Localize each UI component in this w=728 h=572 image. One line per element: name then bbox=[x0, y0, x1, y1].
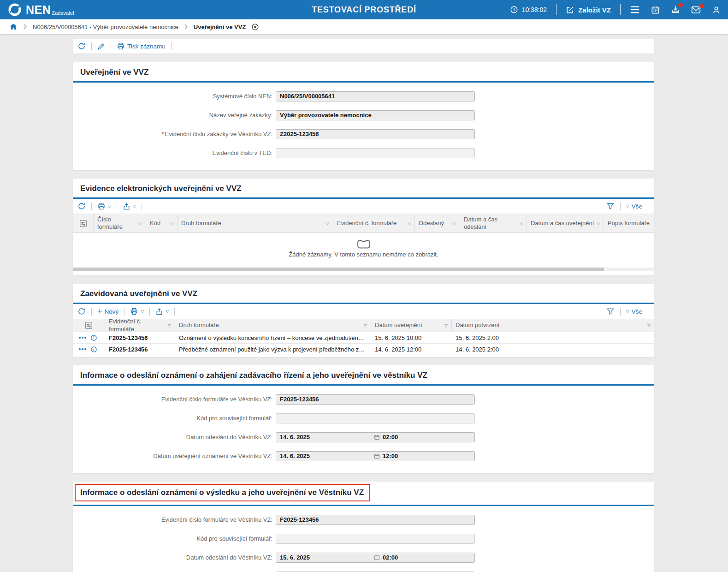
field-vvz-number: *Evidenční číslo zakázky ve Věstníku VZ:… bbox=[73, 125, 654, 143]
cell-published: 14. 6. 2025 12:00 bbox=[371, 346, 452, 353]
breadcrumb: N006/25/V00005641 - Výběr provozovatele … bbox=[0, 19, 728, 34]
section-publication: Uveřejnění ve VVZ Systémové číslo NEN: N… bbox=[73, 62, 654, 170]
vvz-number-input[interactable]: Z2025-123456 bbox=[276, 129, 475, 139]
export-menu-button[interactable]: ▽ bbox=[155, 308, 169, 316]
column-header[interactable]: Datum a čas uveřejnění▽ bbox=[527, 214, 604, 232]
column-header[interactable]: Druh formuláře▽ bbox=[175, 319, 371, 332]
divider bbox=[91, 308, 92, 316]
filter-triangle-icon[interactable]: ▽ bbox=[326, 221, 329, 226]
record-toolbar: Tisk záznamu bbox=[73, 39, 654, 54]
home-icon[interactable] bbox=[9, 23, 18, 31]
print-record-button[interactable]: Tisk záznamu bbox=[117, 42, 166, 50]
field-label: Název veřejné zakázky: bbox=[73, 112, 276, 119]
table-row[interactable]: F2025-123456 Předběžné oznámení použité … bbox=[73, 344, 654, 355]
create-vz-button[interactable]: Založit VZ bbox=[566, 6, 611, 14]
published-date-input[interactable]: 14. 6. 2025 12:00 bbox=[276, 451, 475, 461]
column-header[interactable]: Číslo formuláře▽ bbox=[94, 214, 146, 232]
column-header[interactable]: Popis formuláře bbox=[604, 214, 654, 232]
related-code-input[interactable] bbox=[276, 534, 475, 544]
cell-evidence-number: F2025-123456 bbox=[105, 346, 175, 353]
column-header[interactable]: Kód▽ bbox=[146, 214, 178, 232]
export-menu-button[interactable]: ▽ bbox=[123, 203, 136, 210]
field-label: Evidenční číslo formuláře ve Věstníku VZ… bbox=[73, 396, 276, 403]
info-icon[interactable] bbox=[90, 334, 97, 341]
nen-brand[interactable]: NEN Zadavatel bbox=[7, 2, 74, 17]
column-settings-icon[interactable] bbox=[73, 319, 105, 332]
plus-icon: + bbox=[97, 308, 102, 315]
contract-name-input[interactable]: Výběr provozovatele nemocnice bbox=[276, 110, 475, 120]
table-row[interactable]: F2025-123456 Oznámení o výsledku koncesn… bbox=[73, 332, 654, 344]
refresh-icon[interactable] bbox=[77, 202, 86, 210]
refresh-icon[interactable] bbox=[77, 42, 86, 50]
column-header[interactable]: Druh formuláře▽ bbox=[178, 214, 333, 232]
filter-funnel-icon[interactable] bbox=[606, 307, 615, 316]
print-menu-button[interactable]: ▽ bbox=[97, 202, 111, 210]
column-header[interactable]: Datum potvrzení▽ bbox=[452, 319, 654, 332]
row-menu-icon[interactable] bbox=[79, 348, 86, 350]
highlight-box: Informace o odeslání oznámení o výsledku… bbox=[75, 484, 370, 501]
nen-logo-icon bbox=[7, 2, 22, 17]
column-header[interactable]: Datum uveřejnění▽ bbox=[371, 319, 452, 332]
filter-triangle-icon[interactable]: ▽ bbox=[408, 221, 411, 226]
filter-triangle-icon[interactable]: ▽ bbox=[453, 221, 456, 226]
chevron-right-icon bbox=[184, 24, 188, 30]
chevron-down-icon: ▽ bbox=[626, 204, 629, 209]
column-header[interactable]: Evidenční č. formuláře▽ bbox=[105, 319, 175, 332]
filter-triangle-icon[interactable]: ▽ bbox=[139, 221, 142, 226]
print-icon bbox=[117, 42, 125, 50]
ted-number-input[interactable] bbox=[276, 148, 475, 158]
filter-triangle-icon[interactable]: ▽ bbox=[647, 323, 651, 328]
section-title: Informace o odeslání oznámení o zahájení… bbox=[73, 365, 654, 384]
menu-icon[interactable] bbox=[630, 6, 640, 14]
sent-date-input[interactable]: 14. 6. 2025 02:00 bbox=[276, 432, 475, 442]
field-published-date: Datum uveřejnění oznámení ve Věstníku VZ… bbox=[73, 447, 654, 465]
sent-date-input[interactable]: 15. 6. 2025 02:00 bbox=[276, 553, 475, 563]
field-sent-date: Datum odeslání do Věstníku VZ: 14. 6. 20… bbox=[73, 428, 654, 447]
filter-triangle-icon[interactable]: ▽ bbox=[364, 323, 367, 328]
empty-state: Žádné záznamy. V tomto seznamu nemáme co… bbox=[73, 233, 654, 258]
breadcrumb-item-current[interactable]: Uveřejnění ve VVZ bbox=[194, 24, 246, 30]
form-number-input[interactable]: F2025-123456 bbox=[276, 394, 475, 405]
field-related-code: Kód pro související formulář: bbox=[73, 529, 654, 548]
cell-form-type: Oznámení o výsledku koncesního řízení – … bbox=[175, 334, 371, 341]
filter-triangle-icon[interactable]: ▽ bbox=[444, 323, 448, 328]
calendar-small-icon bbox=[374, 453, 380, 459]
column-header[interactable]: Odeslaný▽ bbox=[415, 214, 460, 232]
column-settings-icon[interactable] bbox=[73, 214, 94, 232]
breadcrumb-item-vz[interactable]: N006/25/V00005641 - Výběr provozovatele … bbox=[33, 24, 178, 30]
inbox-download-icon[interactable] bbox=[671, 5, 680, 14]
refresh-icon[interactable] bbox=[77, 307, 86, 316]
system-number-input[interactable]: N006/25/V00005641 bbox=[276, 91, 475, 101]
calendar-icon[interactable] bbox=[651, 6, 660, 14]
empty-message: Žádné záznamy. V tomto seznamu nemáme co… bbox=[73, 251, 654, 258]
mail-icon[interactable] bbox=[691, 6, 701, 14]
chevron-down-icon: ▽ bbox=[626, 310, 629, 314]
filter-triangle-icon[interactable]: ▽ bbox=[170, 221, 173, 226]
export-icon bbox=[123, 203, 130, 210]
related-code-input[interactable] bbox=[276, 413, 475, 423]
new-record-button[interactable]: + Nový bbox=[97, 308, 118, 315]
filter-funnel-icon[interactable] bbox=[606, 202, 615, 210]
filter-all-select[interactable]: ▽ Vše bbox=[626, 203, 642, 210]
close-tab-icon[interactable] bbox=[251, 23, 259, 31]
column-header[interactable]: Evidenční č. formuláře▽ bbox=[333, 214, 415, 232]
user-icon[interactable] bbox=[712, 6, 721, 14]
field-label: Datum odeslání do Věstníku VZ: bbox=[73, 554, 276, 561]
edit-pencil-icon[interactable] bbox=[97, 42, 105, 50]
info-icon[interactable] bbox=[90, 346, 97, 353]
print-menu-button[interactable]: ▽ bbox=[130, 307, 144, 316]
field-sent-date: Datum odeslání do Věstníku VZ: 15. 6. 20… bbox=[73, 548, 654, 567]
divider bbox=[620, 308, 621, 316]
divider bbox=[620, 203, 621, 210]
divider bbox=[620, 4, 621, 15]
form-number-input[interactable]: F2025-123456 bbox=[276, 515, 475, 525]
column-header[interactable]: Datum a čas odeslání▽ bbox=[460, 214, 527, 232]
filter-triangle-icon[interactable]: ▽ bbox=[168, 323, 171, 328]
row-menu-icon[interactable] bbox=[79, 337, 86, 339]
horizontal-scrollbar[interactable] bbox=[73, 268, 654, 271]
scrollbar-thumb[interactable] bbox=[73, 268, 604, 271]
section-registered: Zaevidovaná uveřejnění ve VVZ + Nový bbox=[73, 284, 654, 357]
filter-triangle-icon[interactable]: ▽ bbox=[597, 221, 600, 226]
filter-triangle-icon[interactable]: ▽ bbox=[520, 221, 523, 226]
filter-all-select[interactable]: ▽ Vše bbox=[626, 308, 642, 315]
